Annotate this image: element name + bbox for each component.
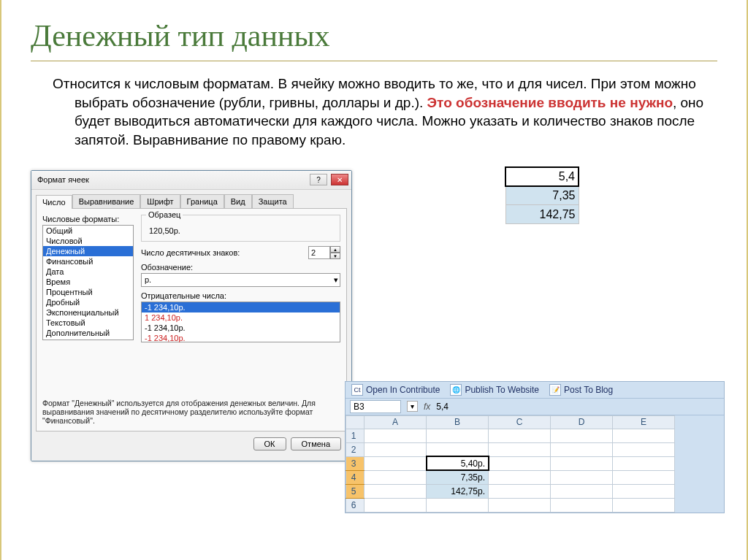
cancel-button[interactable]: Отмена <box>291 437 341 450</box>
dialog-title: Формат ячеек <box>37 175 89 184</box>
list-item[interactable]: Числовой <box>43 236 133 246</box>
formats-listbox[interactable]: Общий Числовой Денежный Финансовый Дата … <box>42 225 134 340</box>
cell[interactable]: 7,35р. <box>427 470 489 484</box>
select-all[interactable] <box>346 415 365 429</box>
cell[interactable]: 142,75 <box>505 205 579 224</box>
format-footnote: Формат "Денежный" используется для отобр… <box>42 399 340 425</box>
cell[interactable]: 7,35 <box>505 186 579 205</box>
cell[interactable]: 5,4 <box>505 167 579 186</box>
row-header[interactable]: 6 <box>346 498 365 512</box>
body-text: Относится к числовым форматам. В ячейку … <box>53 74 717 150</box>
designation-label: Обозначение: <box>141 263 340 272</box>
page-title: Денежный тип данных <box>31 18 717 61</box>
decimals-label: Число десятичных знаков: <box>141 248 304 257</box>
list-item[interactable]: -1 234,10р. <box>142 302 340 312</box>
publish-icon: 🌐 <box>450 384 462 396</box>
open-in-contribute-button[interactable]: CtOpen In Contribute <box>351 384 440 396</box>
tab-border[interactable]: Граница <box>180 194 224 208</box>
list-item[interactable]: Финансовый <box>43 256 133 266</box>
publish-to-website-button[interactable]: 🌐Publish To Website <box>450 384 539 396</box>
col-header[interactable]: B <box>427 415 489 429</box>
list-item[interactable]: (все форматы) <box>43 338 133 340</box>
negatives-list[interactable]: -1 234,10р. 1 234,10р. -1 234,10р. -1 23… <box>141 302 340 342</box>
row-header[interactable]: 3 <box>346 456 365 470</box>
dialog-close-button[interactable]: ✕ <box>331 174 348 185</box>
list-item[interactable]: Процентный <box>43 287 133 297</box>
list-item[interactable]: Время <box>43 277 133 287</box>
row-header[interactable]: 5 <box>346 484 365 498</box>
ok-button[interactable]: ОК <box>253 437 286 450</box>
sample-value: 120,50р. <box>146 226 335 235</box>
small-grid: 5,4 7,35 142,75 <box>432 166 652 225</box>
col-header[interactable]: D <box>551 415 613 429</box>
list-item[interactable]: 1 234,10р. <box>142 312 340 323</box>
excel-grid[interactable]: A B C D E 1 2 35,40р. 47,35р. 5142,75р. … <box>346 415 675 513</box>
list-item[interactable]: Дата <box>43 266 133 277</box>
format-cells-dialog: Формат ячеек ? ✕ Число Выравнивание Шриф… <box>31 170 352 461</box>
chevron-down-icon[interactable]: ▾ <box>334 275 338 285</box>
cell[interactable]: 142,75р. <box>427 484 489 498</box>
excel-sheet: CtOpen In Contribute 🌐Publish To Website… <box>345 381 725 513</box>
formats-label: Числовые форматы: <box>42 215 134 223</box>
tab-number[interactable]: Число <box>36 195 72 209</box>
fx-icon[interactable]: fx <box>424 402 430 412</box>
list-item[interactable]: Денежный <box>43 246 133 256</box>
list-item[interactable]: -1 234,10р. <box>142 333 340 343</box>
spin-down-icon[interactable]: ▼ <box>330 253 340 259</box>
designation-combo[interactable]: р. ▾ <box>141 273 340 287</box>
row-header[interactable]: 2 <box>346 442 365 456</box>
name-box[interactable]: B3 <box>350 400 401 413</box>
formula-bar[interactable]: 5,4 <box>436 402 449 412</box>
col-header[interactable]: E <box>613 415 675 429</box>
row-header[interactable]: 4 <box>346 470 365 484</box>
list-item[interactable]: Текстовый <box>43 318 133 328</box>
dialog-help-button[interactable]: ? <box>310 174 327 185</box>
tab-alignment[interactable]: Выравнивание <box>72 194 141 208</box>
list-item[interactable]: Экспоненциальный <box>43 307 133 318</box>
row-header[interactable]: 1 <box>346 429 365 442</box>
contribute-icon: Ct <box>351 384 363 396</box>
cell[interactable]: 5,40р. <box>427 456 489 470</box>
tab-view[interactable]: Вид <box>224 194 252 208</box>
sample-box: Образец 120,50р. <box>141 215 340 242</box>
list-item[interactable]: Общий <box>43 226 133 236</box>
post-to-blog-button[interactable]: 📝Post To Blog <box>549 384 613 396</box>
spin-up-icon[interactable]: ▲ <box>330 246 340 253</box>
col-header[interactable]: A <box>365 415 427 429</box>
decimals-input[interactable] <box>308 246 330 259</box>
tab-font[interactable]: Шрифт <box>140 194 180 208</box>
list-item[interactable]: -1 234,10р. <box>142 323 340 333</box>
col-header[interactable]: C <box>489 415 551 429</box>
dropdown-icon[interactable]: ▾ <box>407 401 418 412</box>
excel-toolbar: CtOpen In Contribute 🌐Publish To Website… <box>346 382 724 399</box>
list-item[interactable]: Дополнительный <box>43 328 133 338</box>
tab-protection[interactable]: Защита <box>252 194 294 208</box>
blog-icon: 📝 <box>549 384 561 396</box>
negatives-label: Отрицательные числа: <box>141 291 340 300</box>
list-item[interactable]: Дробный <box>43 297 133 307</box>
dialog-tabs: Число Выравнивание Шрифт Граница Вид Защ… <box>36 194 347 209</box>
